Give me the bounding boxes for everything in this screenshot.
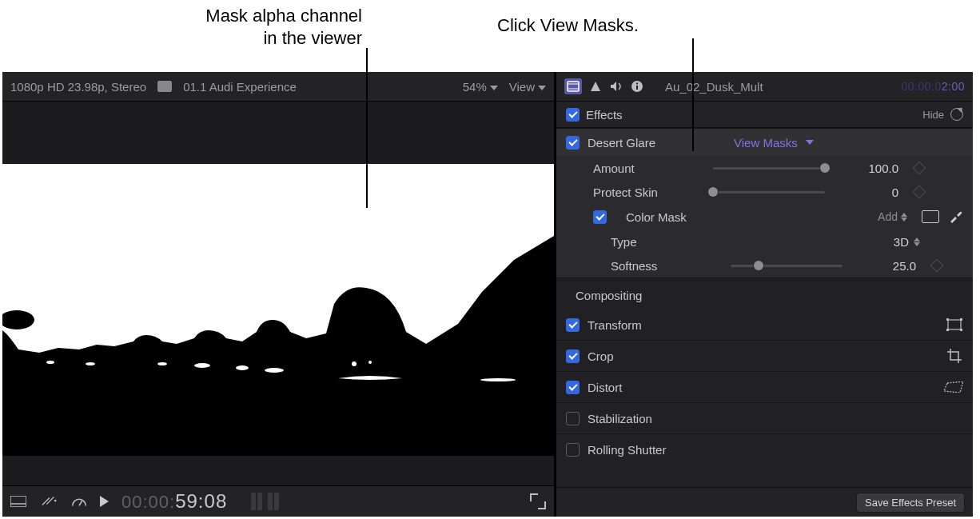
eyedropper-icon[interactable]	[947, 209, 963, 225]
softness-slider[interactable]	[731, 265, 843, 267]
svg-point-4	[157, 362, 167, 365]
callout-leader-right	[692, 38, 694, 151]
crop-icon[interactable]	[947, 349, 963, 363]
svg-point-3	[265, 368, 284, 373]
softness-value[interactable]: 25.0	[860, 259, 916, 273]
amount-label: Amount	[593, 162, 695, 175]
svg-rect-24	[960, 318, 962, 321]
svg-rect-20	[636, 86, 638, 90]
effect-name: Desert Glare	[588, 136, 655, 150]
audio-inspector-tab[interactable]	[609, 80, 623, 93]
distort-row[interactable]: Distort	[556, 372, 973, 403]
type-value-menu[interactable]: 3D	[894, 235, 920, 249]
color-mask-checkbox[interactable]	[593, 210, 607, 224]
transform-row[interactable]: Transform	[556, 309, 973, 341]
protect-skin-slider[interactable]	[713, 191, 825, 194]
keyframe-icon[interactable]	[930, 259, 944, 273]
stabilization-row[interactable]: Stabilization	[556, 403, 973, 434]
effects-checkbox[interactable]	[566, 108, 580, 122]
inspector-header: Au_02_Dusk_Mult 00:00:02:00	[556, 72, 973, 102]
app-window: 1080p HD 23.98p, Stereo 01.1 Audi Experi…	[2, 72, 973, 517]
transform-icon[interactable]	[946, 318, 963, 331]
amount-slider[interactable]	[713, 167, 825, 170]
transform-checkbox[interactable]	[566, 318, 580, 332]
viewer-canvas[interactable]	[2, 102, 554, 485]
crop-row[interactable]: Crop	[556, 341, 973, 372]
rolling-shutter-checkbox[interactable]	[566, 443, 580, 457]
play-button[interactable]	[100, 496, 109, 507]
reset-effects-icon[interactable]	[950, 108, 963, 121]
inspector-footer: Save Effects Preset	[556, 487, 973, 517]
amount-row: Amount 100.0	[556, 156, 973, 180]
svg-line-14	[79, 501, 82, 505]
distort-checkbox[interactable]	[566, 381, 580, 394]
view-menu[interactable]: View	[509, 80, 546, 94]
color-mask-row: Color Mask Add	[556, 204, 973, 230]
audio-meter	[251, 493, 279, 510]
project-name: 01.1 Audi Experience	[183, 80, 297, 94]
compositing-header: Compositing	[556, 280, 973, 309]
info-inspector-tab[interactable]	[630, 80, 644, 93]
effects-section-header: Effects Hide	[556, 102, 973, 128]
keyframe-icon[interactable]	[913, 186, 926, 199]
rolling-shutter-label: Rolling Shutter	[588, 443, 666, 457]
viewer-footer: 00:00:59:08	[2, 485, 554, 517]
clapperboard-icon	[157, 81, 172, 92]
viewer-panel: 1080p HD 23.98p, Stereo 01.1 Audi Experi…	[2, 72, 556, 517]
transform-label: Transform	[588, 318, 642, 332]
hide-button[interactable]: Hide	[922, 109, 944, 121]
chevron-down-icon	[490, 86, 498, 90]
clip-duration: 00:00:02:00	[902, 80, 965, 93]
svg-point-6	[352, 361, 357, 366]
alpha-mask-frame	[2, 164, 554, 456]
inspector-panel: Au_02_Dusk_Mult 00:00:02:00 Effects Hide…	[556, 72, 973, 517]
layout-menu-icon[interactable]	[10, 495, 26, 508]
zoom-menu[interactable]: 54%	[463, 80, 498, 94]
video-inspector-tab[interactable]	[564, 78, 582, 94]
distort-label: Distort	[588, 381, 622, 394]
stabilization-checkbox[interactable]	[566, 412, 580, 425]
save-effects-preset-button[interactable]: Save Effects Preset	[856, 493, 965, 513]
svg-rect-22	[948, 320, 961, 329]
viewer-timecode[interactable]: 00:00:59:08	[122, 490, 227, 513]
protect-skin-label: Protect Skin	[593, 186, 695, 199]
svg-point-5	[480, 378, 516, 381]
svg-point-2	[236, 365, 249, 370]
chevron-down-icon	[806, 140, 814, 145]
retime-menu-icon[interactable]	[41, 495, 57, 508]
effect-desert-glare: Desert Glare View Masks Amount 100.0 Pr	[556, 128, 973, 278]
protect-skin-row: Protect Skin 0	[556, 180, 973, 204]
clip-name: Au_02_Dusk_Mult	[665, 80, 763, 94]
callout-right: Click View Masks.	[497, 15, 639, 35]
callout-leader-left	[366, 48, 368, 208]
softness-row: Softness 25.0	[556, 254, 973, 277]
crop-checkbox[interactable]	[566, 349, 580, 363]
svg-point-9	[46, 361, 54, 364]
format-label: 1080p HD 23.98p, Stereo	[10, 80, 146, 94]
keyframe-icon[interactable]	[913, 162, 926, 175]
svg-rect-21	[636, 83, 638, 85]
color-inspector-tab[interactable]	[588, 80, 603, 93]
svg-marker-27	[944, 381, 963, 393]
fullscreen-icon[interactable]	[530, 493, 546, 509]
svg-point-7	[368, 361, 372, 364]
crop-label: Crop	[588, 349, 614, 363]
svg-marker-18	[591, 82, 600, 91]
callout-left-line2: in the viewer	[205, 27, 362, 50]
type-row: Type 3D	[556, 230, 973, 254]
svg-point-1	[194, 363, 210, 368]
effects-title: Effects	[586, 108, 623, 122]
speed-gauge-icon[interactable]	[71, 495, 87, 508]
protect-skin-value[interactable]: 0	[843, 186, 898, 199]
svg-rect-26	[960, 329, 962, 331]
rolling-shutter-row[interactable]: Rolling Shutter	[556, 434, 973, 465]
add-mask-menu[interactable]: Add	[878, 210, 907, 223]
view-masks-menu[interactable]: View Masks	[734, 136, 814, 150]
mask-shape-icon[interactable]	[922, 210, 939, 223]
amount-value[interactable]: 100.0	[843, 162, 898, 175]
distort-icon[interactable]	[944, 381, 963, 393]
stabilization-label: Stabilization	[588, 412, 652, 425]
callout-left-line1: Mask alpha channel	[205, 5, 362, 27]
effect-enable-checkbox[interactable]	[566, 136, 580, 150]
type-label: Type	[611, 235, 713, 249]
